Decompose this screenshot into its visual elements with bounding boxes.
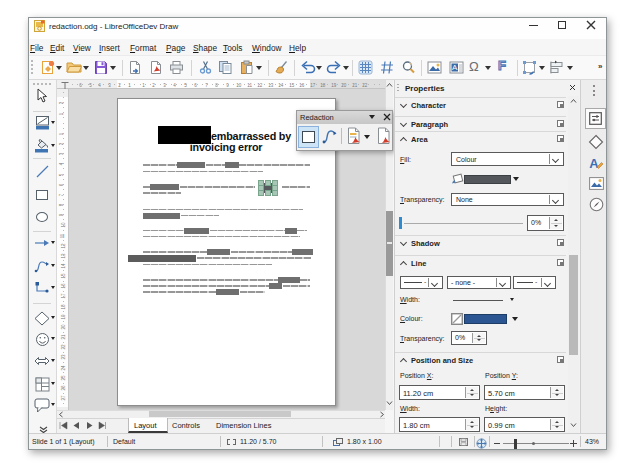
svg-text:A: A <box>589 156 599 171</box>
svg-text:A: A <box>452 63 458 72</box>
